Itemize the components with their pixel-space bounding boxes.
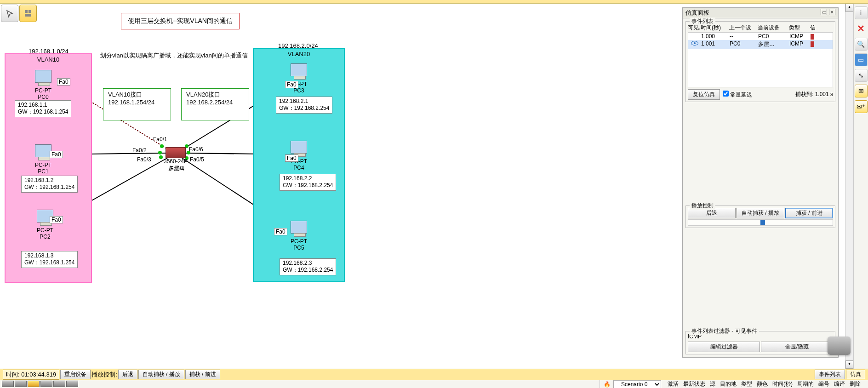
right-toolbar: i ✕ 🔍 ▭ ⤡ ✉ ✉⁺ xyxy=(853,4,868,369)
sim-panel-title: 仿真面板 xyxy=(685,9,709,17)
device-category-button[interactable] xyxy=(40,381,52,387)
ev-color-swatch xyxy=(811,41,814,47)
complex-pdu-button[interactable]: ✉⁺ xyxy=(855,100,868,113)
pc0-ip-box[interactable]: 192.168.1.1 GW：192.168.1.254 xyxy=(15,100,71,117)
status-forward-button[interactable]: 捕获 / 前进 xyxy=(185,370,220,379)
event-row[interactable]: 1.001 PC0 多层… ICMP xyxy=(688,40,833,49)
title-note[interactable]: 使用三层交换机--实现VLAN间的通信 xyxy=(121,13,240,29)
scenario-bar: 🔥 Scenario 0 激活 最新状态 源 目的地 类型 颜色 时间(秒) 周… xyxy=(600,380,868,388)
edit-filter-button[interactable]: 编辑过滤器 xyxy=(688,342,760,352)
canvas-scrollbar-vertical[interactable]: ▴ ▾ xyxy=(845,4,853,369)
resize-tool-button[interactable]: ⤡ xyxy=(855,69,868,82)
vlan10-interface-box[interactable]: VLAN10接口 192.168.1.254/24 xyxy=(103,88,171,120)
ev-type: ICMP xyxy=(789,40,811,48)
device-pc2[interactable]: PC-PT PC2 xyxy=(37,210,53,240)
ev-cur: PC0 xyxy=(758,33,789,40)
slider-thumb[interactable] xyxy=(760,220,765,225)
pc2-port: Fa0 xyxy=(50,216,63,223)
pc2-ip: 192.168.1.3 xyxy=(24,252,74,259)
device-pc5[interactable]: PC-PT PC5 xyxy=(291,221,307,251)
show-hide-button[interactable]: 全显/隐藏 xyxy=(761,342,833,352)
port-fa03: Fa0/3 xyxy=(136,156,153,163)
sim-time-display: 时间: 01:03:44.319 xyxy=(3,370,59,380)
pc5-gw: GW：192.168.2.254 xyxy=(283,266,333,274)
scroll-down-icon[interactable]: ▾ xyxy=(845,360,853,369)
ev-type: ICMP xyxy=(789,33,811,40)
auto-play-button[interactable]: 自动捕获 / 播放 xyxy=(737,208,784,218)
device-category-button[interactable] xyxy=(53,381,65,387)
device-tray[interactable] xyxy=(0,380,80,388)
play-speed-slider[interactable] xyxy=(688,219,833,226)
device-pc3[interactable]: PC-PT PC3 xyxy=(291,63,307,94)
pc0-gw: GW：192.168.1.254 xyxy=(18,108,68,116)
draw-rect-tool-button[interactable]: ▭ xyxy=(855,53,868,66)
pc0-host: PC0 xyxy=(35,94,51,100)
pc3-ip-box[interactable]: 192.168.2.1 GW：192.168.2.254 xyxy=(276,97,332,114)
step-forward-button[interactable]: 捕获 / 前进 xyxy=(785,208,833,218)
event-row[interactable]: 1.000 -- PC0 ICMP xyxy=(688,33,833,40)
reset-sim-button[interactable]: 复位仿真 xyxy=(688,89,720,100)
bottom-bar: 🔥 Scenario 0 激活 最新状态 源 目的地 类型 颜色 时间(秒) 周… xyxy=(0,380,868,388)
status-back-button[interactable]: 后退 xyxy=(118,370,137,379)
simple-pdu-button[interactable]: ✉ xyxy=(855,85,868,97)
topology-canvas[interactable]: 使用三层交换机--实现VLAN间的通信 划分vlan以实现隔离广播域，还能实现v… xyxy=(0,4,853,369)
hdr-color: 颜色 xyxy=(757,380,768,388)
hdr-active: 激活 xyxy=(668,380,679,388)
vlan20-interface-box[interactable]: VLAN20接口 192.168.2.254/24 xyxy=(181,88,249,120)
device-category-button[interactable] xyxy=(15,381,27,387)
scenario-select[interactable]: Scenario 0 xyxy=(613,380,661,388)
delete-tool-button[interactable]: ✕ xyxy=(855,22,868,35)
scenario-fire-icon[interactable]: 🔥 xyxy=(604,381,611,388)
vlan10-if-ip: 192.168.1.254/24 xyxy=(108,99,166,106)
port-fa05: Fa0/5 xyxy=(188,156,206,163)
ev-last: -- xyxy=(730,33,758,40)
pc2-type: PC-PT xyxy=(37,227,53,234)
layout-tool-button[interactable] xyxy=(19,5,37,22)
pdu-table-header: 激活 最新状态 源 目的地 类型 颜色 时间(秒) 周期的 编号 编译 删除 xyxy=(664,380,864,388)
description-note[interactable]: 划分vlan以实现隔离广播域，还能实现vlan间的单播通信 xyxy=(100,51,248,60)
select-tool-button[interactable] xyxy=(1,5,18,22)
const-delay-label: 常量延迟 xyxy=(730,91,752,98)
vlan20-if-ip: 192.168.2.254/24 xyxy=(186,99,244,106)
pc1-ip-box[interactable]: 192.168.1.2 GW：192.168.1.254 xyxy=(21,176,78,193)
ev-cur: 多层… xyxy=(758,40,789,48)
device-category-button[interactable] xyxy=(28,381,40,387)
info-tool-button[interactable]: i xyxy=(855,6,868,19)
pc5-ip-box[interactable]: 192.168.2.3 GW：192.168.2.254 xyxy=(280,258,336,275)
ev-time: 1.001 xyxy=(701,40,730,48)
scroll-up-icon[interactable]: ▴ xyxy=(845,4,853,12)
event-list-toggle[interactable]: 事件列表 xyxy=(815,370,845,379)
device-category-button[interactable] xyxy=(66,381,78,387)
pc0-type: PC-PT xyxy=(35,87,51,94)
col-info: 信 xyxy=(810,24,814,32)
vlan20-label: VLAN20 xyxy=(254,51,344,57)
play-control-title: 播放控制 xyxy=(690,202,715,210)
close-button[interactable]: × xyxy=(829,9,835,15)
svg-rect-2 xyxy=(25,14,31,17)
pc4-port: Fa0 xyxy=(285,154,298,162)
device-pc1[interactable]: PC-PT PC1 xyxy=(35,144,51,175)
status-auto-button[interactable]: 自动捕获 / 播放 xyxy=(138,370,184,379)
hdr-delete: 删除 xyxy=(850,380,861,388)
port-fa06: Fa0/6 xyxy=(188,146,205,153)
pc2-ip-box[interactable]: 192.168.1.3 GW：192.168.1.254 xyxy=(21,251,78,268)
event-list[interactable]: 1.000 -- PC0 ICMP 1.001 PC0 多层… ICMP xyxy=(688,32,833,87)
pc5-type: PC-PT xyxy=(291,238,307,245)
hdr-dst: 目的地 xyxy=(720,380,737,388)
undock-button[interactable]: ▭ xyxy=(821,9,827,15)
svg-point-12 xyxy=(158,151,162,154)
play-control-group: 播放控制 后退 自动捕获 / 播放 捕获 / 前进 xyxy=(685,205,835,228)
menubar xyxy=(0,0,868,4)
device-category-button[interactable] xyxy=(2,381,14,387)
navigator-widget[interactable] xyxy=(828,337,851,355)
simulation-mode-toggle[interactable]: 仿真 xyxy=(846,370,865,379)
filter-title: 事件列表过滤器 - 可见事件 xyxy=(690,327,759,335)
pc3-gw: GW：192.168.2.254 xyxy=(279,104,329,112)
vlan10-label: VLAN10 xyxy=(6,56,91,63)
device-pc0[interactable]: PC-PT PC0 xyxy=(35,70,51,100)
zoom-tool-button[interactable]: 🔍 xyxy=(855,38,868,51)
reboot-devices-button[interactable]: 重启设备 xyxy=(60,370,91,379)
const-delay-checkbox[interactable]: 常量延迟 xyxy=(723,91,752,99)
pc4-ip-box[interactable]: 192.168.2.2 GW：192.168.2.254 xyxy=(280,174,336,191)
hdr-type2: 类型 xyxy=(741,380,752,388)
